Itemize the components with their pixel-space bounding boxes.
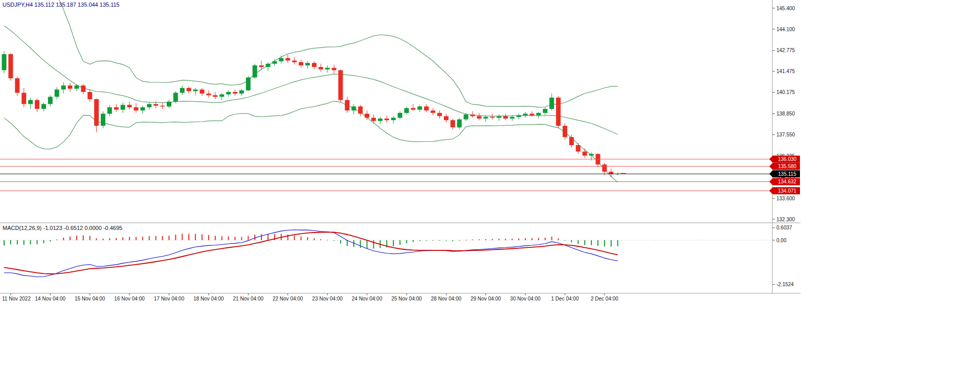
candle-body: [127, 105, 132, 107]
candle: [239, 89, 244, 96]
macd-histogram-bar: [347, 240, 348, 246]
candle: [378, 117, 383, 124]
candle: [358, 105, 363, 116]
candle: [206, 90, 211, 98]
macd-histogram-bar: [241, 237, 242, 241]
current-price-label-box[interactable]: 135.115: [769, 170, 800, 177]
candle-body: [385, 119, 389, 120]
macd-histogram-bar: [228, 237, 229, 240]
macd-axis-tick-label: -2.1524: [776, 282, 794, 287]
candle-body: [325, 68, 330, 69]
candle: [444, 114, 449, 123]
candle-body: [305, 63, 310, 65]
candle: [371, 114, 376, 123]
price-label-text: 135.115: [778, 171, 796, 177]
candle: [74, 84, 79, 91]
macd-histogram-bar: [235, 237, 236, 240]
macd-histogram-bar: [248, 236, 249, 240]
candle: [530, 111, 534, 117]
candle: [41, 103, 46, 111]
candle-body: [121, 105, 125, 110]
level-price-label-box[interactable]: 134.632: [769, 178, 800, 186]
level-price-label-box[interactable]: 136.030: [769, 155, 800, 163]
candle-body: [365, 114, 369, 118]
candle-body: [424, 106, 429, 110]
macd-histogram-bar: [261, 234, 262, 240]
candle-body: [358, 106, 363, 113]
macd-histogram-bar: [37, 240, 38, 244]
candle-body: [451, 120, 455, 127]
candle-body: [233, 92, 237, 94]
macd-histogram-bar: [76, 236, 77, 240]
macd-histogram-bar: [499, 239, 500, 240]
candle: [28, 98, 33, 109]
macd-histogram-bar: [525, 238, 526, 240]
candle-body: [312, 63, 317, 67]
candle-body: [167, 102, 171, 107]
macd-histogram-bar: [109, 238, 110, 240]
macd-histogram-bar: [182, 234, 183, 240]
candle-body: [583, 152, 587, 156]
candle: [563, 123, 567, 140]
candle: [246, 76, 251, 91]
macd-histogram-bar: [505, 239, 506, 240]
macd-pane[interactable]: [0, 230, 772, 277]
candle-body: [200, 89, 205, 94]
macd-histogram-bar: [485, 239, 486, 240]
level-price-label-box[interactable]: 135.580: [769, 163, 800, 170]
candle: [305, 61, 310, 68]
candle-body: [543, 109, 547, 113]
candle-body: [8, 54, 13, 78]
macd-histogram-bar: [333, 240, 335, 241]
macd-histogram-bar: [511, 239, 513, 240]
macd-histogram-bar: [452, 240, 453, 241]
macd-histogram-bar: [360, 240, 361, 248]
macd-histogram-bar: [24, 240, 25, 245]
candle: [312, 61, 317, 69]
macd-histogram-bar: [327, 240, 328, 240]
candle-body: [378, 119, 383, 121]
candle: [8, 53, 13, 81]
candle-body: [87, 92, 92, 99]
candle-body: [292, 61, 297, 62]
macd-histogram-bar: [531, 238, 532, 240]
candle-body: [391, 118, 396, 120]
macd-axis-tick-label: 0.00: [776, 238, 787, 243]
candle: [385, 115, 389, 123]
candle-body: [437, 113, 442, 116]
level-price-label-box[interactable]: 134.071: [769, 187, 800, 194]
candle: [48, 95, 53, 106]
candle: [457, 118, 462, 129]
macd-histogram-bar: [103, 239, 104, 240]
candle: [81, 84, 85, 95]
price-chart-canvas[interactable]: 145.400144.100142.775141.475140.175138.8…: [0, 0, 980, 371]
macd-histogram-bar: [518, 239, 519, 240]
macd-histogram-bar: [393, 240, 394, 246]
candle-body: [569, 137, 574, 145]
candle-body: [187, 88, 191, 91]
price-pane[interactable]: [0, 0, 772, 191]
candle: [121, 103, 125, 113]
candle: [167, 100, 171, 108]
candle: [193, 88, 198, 95]
macd-histogram-bar: [162, 236, 163, 240]
candle: [490, 114, 495, 120]
candle: [470, 111, 475, 118]
candle: [2, 51, 7, 74]
candle-body: [398, 113, 403, 118]
macd-histogram-bar: [4, 240, 5, 245]
candle-body: [48, 97, 53, 104]
candle: [101, 111, 105, 128]
candle: [523, 112, 528, 118]
candle: [431, 108, 435, 115]
macd-histogram-bar: [558, 239, 559, 241]
candle: [107, 105, 112, 116]
macd-histogram-bar: [479, 239, 480, 240]
candle-body: [563, 126, 567, 137]
macd-histogram-bar: [314, 238, 315, 240]
candle-body: [351, 106, 356, 110]
macd-histogram-bar: [188, 234, 189, 240]
candle-body: [576, 145, 581, 152]
macd-histogram-bar: [545, 238, 546, 240]
candle: [583, 148, 587, 158]
